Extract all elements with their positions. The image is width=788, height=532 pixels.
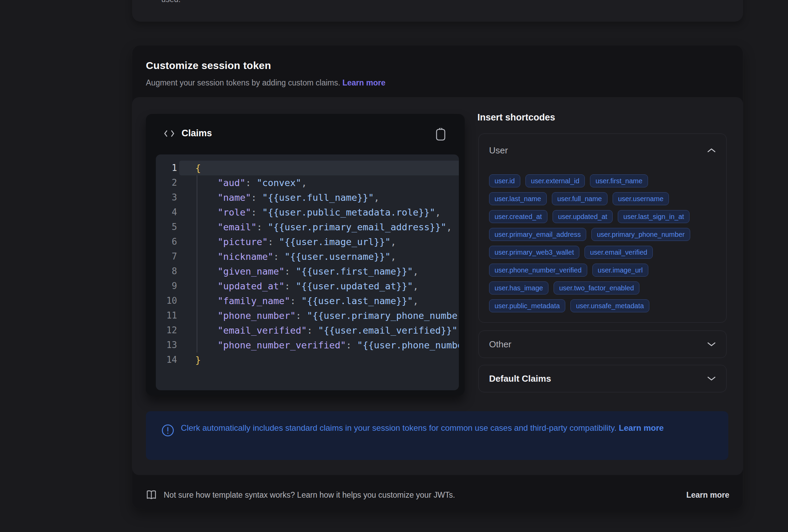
other-panel-label: Other bbox=[489, 339, 511, 350]
subtitle-learn-more-link[interactable]: Learn more bbox=[343, 78, 385, 87]
code-icon bbox=[164, 130, 175, 137]
user-panel-label: User bbox=[489, 145, 508, 156]
chevron-down-icon bbox=[707, 376, 716, 381]
info-icon bbox=[161, 424, 174, 437]
shortcode-chip-user-primary-email-address[interactable]: user.primary_email_address bbox=[489, 228, 586, 241]
token-editor-section: Claims 1234567891011121314 bbox=[132, 97, 743, 475]
line-number: 4 bbox=[156, 205, 177, 220]
code-line[interactable]: "picture": "{{user.image_url}}", bbox=[195, 234, 459, 249]
subtitle-text: Augment your session tokens by adding cu… bbox=[146, 78, 340, 87]
clipboard-icon bbox=[435, 128, 449, 141]
fragment-text: used. bbox=[161, 0, 181, 4]
code-line[interactable]: "email_verified": "{{user.email_verified… bbox=[195, 323, 459, 338]
insert-shortcodes-title: Insert shortcodes bbox=[477, 112, 555, 123]
standard-claims-banner: Clerk automatically includes standard cl… bbox=[146, 411, 728, 460]
shortcode-chip-user-primary-web3-wallet[interactable]: user.primary_web3_wallet bbox=[489, 246, 579, 259]
card-footer: Not sure how template syntax works? Lear… bbox=[146, 486, 729, 504]
line-number: 5 bbox=[156, 220, 177, 234]
line-number: 12 bbox=[156, 323, 177, 338]
shortcode-chip-user-email-verified[interactable]: user.email_verified bbox=[584, 246, 653, 259]
shortcode-chip-user-primary-phone-number[interactable]: user.primary_phone_number bbox=[591, 228, 690, 241]
code-line[interactable]: { bbox=[195, 161, 459, 175]
line-number: 8 bbox=[156, 264, 177, 279]
code-lines: { "aud": "convex", "name": "{{user.full_… bbox=[195, 161, 459, 367]
shortcode-chip-user-has-image[interactable]: user.has_image bbox=[489, 281, 548, 294]
claims-code-input[interactable]: 1234567891011121314 { "aud": "convex", "… bbox=[156, 154, 459, 390]
footer-learn-more-link[interactable]: Learn more bbox=[686, 490, 729, 500]
shortcode-chip-user-last-name[interactable]: user.last_name bbox=[489, 192, 547, 205]
shortcode-chip-user-unsafe-metadata[interactable]: user.unsafe_metadata bbox=[570, 299, 649, 312]
line-number: 11 bbox=[156, 308, 177, 323]
line-number: 6 bbox=[156, 234, 177, 249]
previous-card-fragment: used. bbox=[132, 0, 743, 22]
code-line[interactable]: "phone_number_verified": "{{user.phone_n… bbox=[195, 338, 459, 352]
shortcode-chip-user-full-name[interactable]: user.full_name bbox=[552, 192, 607, 205]
shortcode-chip-user-username[interactable]: user.username bbox=[613, 192, 669, 205]
other-panel-header[interactable]: Other bbox=[479, 331, 726, 358]
line-number: 9 bbox=[156, 279, 177, 293]
code-line[interactable]: "aud": "convex", bbox=[195, 175, 459, 190]
shortcode-chip-user-phone-number-verified[interactable]: user.phone_number_verified bbox=[489, 264, 587, 277]
user-shortcode-rows: user.iduser.external_iduser.first_nameus… bbox=[489, 174, 717, 317]
shortcode-chip-user-two-factor-enabled[interactable]: user.two_factor_enabled bbox=[554, 281, 639, 294]
shortcode-chip-user-updated-at[interactable]: user.updated_at bbox=[553, 210, 613, 223]
book-icon bbox=[146, 490, 157, 500]
code-line[interactable]: "nickname": "{{user.username}}", bbox=[195, 249, 459, 264]
line-number: 10 bbox=[156, 293, 177, 308]
shortcode-row: user.iduser.external_iduser.first_name bbox=[489, 174, 717, 187]
code-line[interactable]: "updated_at": "{{user.updated_at}}", bbox=[195, 279, 459, 293]
line-number: 14 bbox=[156, 352, 177, 367]
line-number: 2 bbox=[156, 175, 177, 190]
default-claims-panel-label: Default Claims bbox=[489, 373, 551, 384]
line-number: 13 bbox=[156, 338, 177, 352]
claims-editor: Claims 1234567891011121314 bbox=[146, 114, 465, 395]
shortcodes-other-panel: Other bbox=[478, 331, 727, 358]
page: used. Customize session token Augment yo… bbox=[0, 0, 788, 532]
editor-title: Claims bbox=[182, 128, 212, 139]
chevron-down-icon bbox=[707, 342, 716, 347]
customize-session-token-card: Customize session token Augment your ses… bbox=[132, 45, 743, 509]
default-claims-panel-header[interactable]: Default Claims bbox=[479, 365, 726, 392]
card-subtitle: Augment your session tokens by adding cu… bbox=[146, 78, 385, 88]
shortcode-chip-user-first-name[interactable]: user.first_name bbox=[590, 174, 648, 187]
user-panel-header[interactable]: User bbox=[479, 134, 726, 167]
editor-header: Claims bbox=[146, 114, 465, 154]
shortcode-chip-user-last-sign-in-at[interactable]: user.last_sign_in_at bbox=[618, 210, 690, 223]
copy-claims-button[interactable] bbox=[435, 128, 449, 141]
line-number: 3 bbox=[156, 190, 177, 205]
shortcodes-user-panel: User user.iduser.external_iduser.first_n… bbox=[478, 134, 727, 323]
line-number: 1 bbox=[156, 161, 177, 175]
shortcode-chip-user-created-at[interactable]: user.created_at bbox=[489, 210, 547, 223]
shortcode-row: user.last_nameuser.full_nameuser.usernam… bbox=[489, 192, 717, 205]
code-line[interactable]: "given_name": "{{user.first_name}}", bbox=[195, 264, 459, 279]
banner-text: Clerk automatically includes standard cl… bbox=[181, 421, 679, 435]
shortcode-row: user.primary_email_addressuser.primary_p… bbox=[489, 228, 717, 241]
shortcode-row: user.phone_number_verifieduser.image_url bbox=[489, 264, 717, 277]
shortcodes-default-claims-panel: Default Claims bbox=[478, 365, 727, 392]
shortcode-chip-user-public-metadata[interactable]: user.public_metadata bbox=[489, 299, 565, 312]
shortcode-chip-user-image-url[interactable]: user.image_url bbox=[592, 264, 648, 277]
line-numbers: 1234567891011121314 bbox=[156, 161, 177, 367]
shortcode-chip-user-external-id[interactable]: user.external_id bbox=[525, 174, 585, 187]
code-line[interactable]: "name": "{{user.full_name}}", bbox=[195, 190, 459, 205]
shortcode-row: user.has_imageuser.two_factor_enabled bbox=[489, 281, 717, 294]
page-title: Customize session token bbox=[146, 60, 271, 71]
code-line[interactable]: } bbox=[195, 352, 459, 367]
code-line[interactable]: "email": "{{user.primary_email_address}}… bbox=[195, 220, 459, 234]
code-line[interactable]: "role": "{{user.public_metadata.role}}", bbox=[195, 205, 459, 220]
shortcode-row: user.created_atuser.updated_atuser.last_… bbox=[489, 210, 717, 223]
line-number: 7 bbox=[156, 249, 177, 264]
banner-learn-more-link[interactable]: Learn more bbox=[619, 423, 664, 432]
shortcode-chip-user-id[interactable]: user.id bbox=[489, 174, 520, 187]
shortcode-row: user.primary_web3_walletuser.email_verif… bbox=[489, 246, 717, 259]
code-line[interactable]: "phone_number": "{{user.primary_phone_nu… bbox=[195, 308, 459, 323]
footer-text: Not sure how template syntax works? Lear… bbox=[164, 490, 455, 500]
chevron-up-icon bbox=[707, 148, 716, 153]
code-line[interactable]: "family_name": "{{user.last_name}}", bbox=[195, 293, 459, 308]
shortcode-row: user.public_metadatauser.unsafe_metadata bbox=[489, 299, 717, 312]
